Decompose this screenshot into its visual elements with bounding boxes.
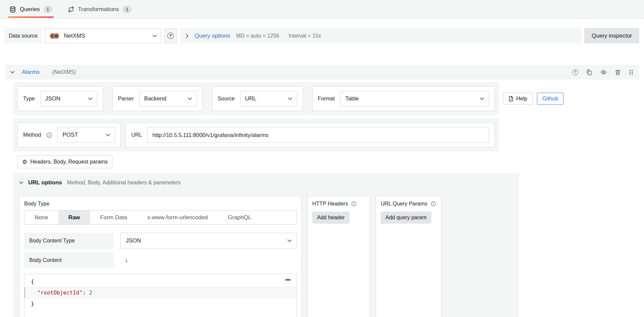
code-line: }	[24, 298, 297, 309]
query-options-md: MD = auto = 1256	[236, 33, 279, 39]
query-inspector-button[interactable]: Query inspector	[584, 28, 639, 43]
tab-queries-label: Queries	[20, 6, 40, 13]
chevron-down-icon	[106, 134, 110, 136]
tab-queries[interactable]: Queries 1	[9, 0, 52, 18]
chevron-down-icon	[288, 97, 292, 100]
body-type-radio-group: None Raw Form Data x-www-form-urlencoded…	[24, 210, 297, 225]
query-row-header: Alarms (NetXMS) ?	[5, 65, 639, 80]
source-select[interactable]: URL	[240, 91, 297, 106]
query-editor-body: Type JSON Parser Backend Source URL	[13, 82, 644, 317]
query-name[interactable]: Alarms	[22, 69, 40, 76]
body-type-option-form-data[interactable]: Form Data	[90, 211, 137, 224]
http-headers-title: HTTP Headers	[312, 201, 348, 207]
hide-query-eye-icon[interactable]	[600, 69, 607, 75]
parser-select[interactable]: Backend	[139, 91, 197, 106]
chevron-down-icon	[188, 97, 192, 100]
parser-field-group: Parser Backend	[112, 86, 203, 111]
body-content-type-label: Body Content Type	[24, 233, 114, 249]
overview-ruler-cursor-mark	[285, 279, 290, 280]
gear-icon: ⚙	[22, 159, 27, 165]
query-type-row: Type JSON Parser Backend Source URL	[13, 82, 499, 115]
body-type-option-raw[interactable]: Raw	[58, 211, 90, 224]
drag-handle-icon[interactable]	[629, 69, 634, 76]
url-label: URL	[131, 132, 142, 138]
tab-queries-count-badge: 1	[44, 6, 52, 13]
info-circle-icon	[351, 201, 357, 207]
body-type-option-urlencoded[interactable]: x-www-form-urlencoded	[137, 211, 218, 224]
format-select[interactable]: Table	[340, 91, 489, 106]
body-content-type-select[interactable]: JSON	[120, 233, 297, 249]
question-circle-icon: ?	[167, 33, 174, 39]
url-options-section: URL options Method, Body, Additional hea…	[13, 173, 519, 317]
datasource-label: Data source	[5, 28, 42, 43]
method-select[interactable]: POST	[57, 127, 115, 143]
http-headers-panel: HTTP Headers Add header	[307, 196, 370, 317]
url-field-group: URL http://10.5.5.111:8000/v1/grafana/in…	[125, 123, 495, 147]
editor-tabbar: Queries 1 Transformations 1	[0, 0, 644, 19]
type-select[interactable]: JSON	[40, 91, 97, 106]
info-circle-icon	[431, 201, 436, 207]
tab-transformations[interactable]: Transformations 1	[68, 0, 131, 18]
github-button[interactable]: Github	[537, 93, 564, 105]
type-field-group: Type JSON	[17, 86, 103, 111]
document-icon	[508, 96, 514, 102]
query-options-label: Query options	[195, 33, 230, 39]
collapse-chevron-icon	[19, 181, 23, 184]
source-field-group: Source URL	[212, 86, 303, 111]
database-icon	[9, 6, 16, 13]
datasource-help-button[interactable]: ?	[164, 28, 177, 43]
delete-query-trash-icon[interactable]	[615, 69, 621, 76]
netxms-logo-icon	[49, 33, 60, 39]
query-datasource-name: (NetXMS)	[52, 69, 76, 75]
info-circle-icon	[46, 132, 52, 138]
duplicate-query-icon[interactable]	[586, 69, 592, 76]
request-row: Method POST URL http://10.5.5.111:8000/v…	[13, 119, 499, 151]
url-query-params-panel: URL Query Params Add query param	[376, 196, 441, 317]
body-type-option-none[interactable]: None	[24, 211, 58, 224]
body-content-label: Body Content	[24, 252, 114, 268]
add-query-param-button[interactable]: Add query param	[381, 212, 431, 224]
url-options-header[interactable]: URL options Method, Body, Additional hea…	[19, 178, 519, 188]
body-panel: Body Type None Raw Form Data x-www-form-…	[19, 196, 302, 317]
datasource-value: NetXMS	[64, 33, 85, 39]
help-button[interactable]: Help	[503, 93, 533, 105]
transform-icon	[68, 6, 74, 13]
url-query-params-title: URL Query Params	[381, 201, 427, 207]
query-options-interval: Interval = 15s	[288, 33, 321, 39]
url-options-title: URL options	[28, 179, 62, 186]
collapse-chevron-icon[interactable]	[10, 71, 14, 74]
parser-label: Parser	[118, 96, 134, 102]
body-type-label: Body Type	[24, 201, 297, 207]
add-header-button[interactable]: Add header	[312, 212, 350, 224]
arrow-down-icon: ↓	[125, 257, 128, 264]
body-type-option-graphql[interactable]: GraphQL	[218, 211, 261, 224]
url-input[interactable]: http://10.5.5.111:8000/v1/grafana/infini…	[147, 127, 489, 143]
tab-transformations-label: Transformations	[78, 6, 119, 13]
format-label: Format	[318, 96, 335, 102]
headers-body-params-button[interactable]: ⚙ Headers, Body, Request params	[17, 155, 112, 168]
chevron-right-icon	[186, 34, 189, 38]
code-line: {	[24, 276, 297, 287]
chevron-down-icon	[480, 97, 484, 100]
query-help-icon[interactable]: ?	[572, 69, 578, 75]
query-options-bar[interactable]: Query options MD = auto = 1256 Interval …	[180, 28, 581, 43]
tab-transformations-count-badge: 1	[123, 6, 131, 13]
chevron-down-icon	[287, 239, 291, 242]
method-field-group: Method POST	[17, 123, 121, 147]
source-label: Source	[218, 96, 235, 102]
code-line-current: "rootObjectId": 2	[24, 287, 297, 298]
url-options-subtitle: Method, Body, Additional headers & param…	[67, 180, 181, 186]
type-label: Type	[23, 96, 35, 102]
chevron-down-icon	[88, 97, 92, 100]
datasource-select[interactable]: NetXMS	[45, 28, 161, 43]
format-field-group: Format Table	[312, 86, 495, 111]
body-content-code-editor[interactable]: { "rootObjectId": 2 }	[24, 274, 297, 317]
datasource-toolbar: Data source NetXMS ? Query options MD = …	[5, 28, 639, 43]
method-label: Method	[23, 132, 41, 138]
chevron-down-icon	[153, 35, 157, 37]
